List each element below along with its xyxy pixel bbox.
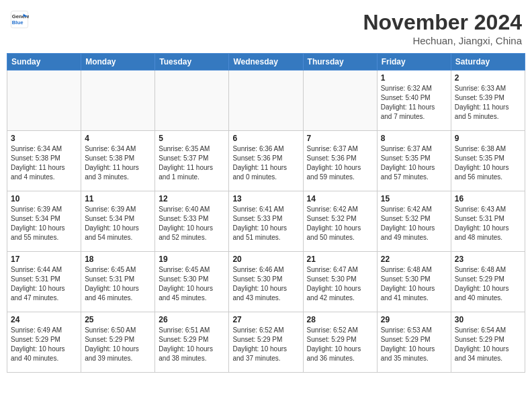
day-info: Sunrise: 6:49 AMSunset: 5:29 PMDaylight:… <box>11 326 77 363</box>
calendar-cell: 19Sunrise: 6:45 AMSunset: 5:30 PMDayligh… <box>155 252 229 312</box>
calendar-cell: 15Sunrise: 6:42 AMSunset: 5:32 PMDayligh… <box>377 191 451 252</box>
day-info: Sunrise: 6:52 AMSunset: 5:29 PMDaylight:… <box>232 326 299 363</box>
day-info: Sunrise: 6:41 AMSunset: 5:33 PMDaylight:… <box>232 205 299 242</box>
day-number: 20 <box>232 255 299 264</box>
day-info: Sunrise: 6:48 AMSunset: 5:30 PMDaylight:… <box>381 265 447 303</box>
week-row-3: 10Sunrise: 6:39 AMSunset: 5:34 PMDayligh… <box>7 191 525 252</box>
weekday-header-saturday: Saturday <box>451 54 525 71</box>
day-info: Sunrise: 6:32 AMSunset: 5:40 PMDaylight:… <box>381 84 447 122</box>
calendar-cell: 13Sunrise: 6:41 AMSunset: 5:33 PMDayligh… <box>229 191 303 252</box>
month-year-title: November 2024 <box>363 10 522 35</box>
day-number: 9 <box>455 134 521 143</box>
logo: General Blue <box>10 10 29 29</box>
calendar-cell: 11Sunrise: 6:39 AMSunset: 5:34 PMDayligh… <box>81 191 155 252</box>
day-info: Sunrise: 6:42 AMSunset: 5:32 PMDaylight:… <box>381 205 447 242</box>
day-info: Sunrise: 6:42 AMSunset: 5:32 PMDaylight:… <box>307 205 373 242</box>
weekday-header-thursday: Thursday <box>303 54 377 71</box>
calendar-cell: 17Sunrise: 6:44 AMSunset: 5:31 PMDayligh… <box>7 252 81 312</box>
day-number: 24 <box>11 315 77 324</box>
calendar-cell <box>81 71 155 131</box>
weekday-header-monday: Monday <box>81 54 155 71</box>
weekday-header-tuesday: Tuesday <box>155 54 229 71</box>
day-number: 27 <box>232 315 299 324</box>
day-info: Sunrise: 6:34 AMSunset: 5:38 PMDaylight:… <box>85 144 151 182</box>
calendar-cell: 25Sunrise: 6:50 AMSunset: 5:29 PMDayligh… <box>81 312 155 373</box>
calendar-cell: 3Sunrise: 6:34 AMSunset: 5:38 PMDaylight… <box>7 131 81 191</box>
day-info: Sunrise: 6:48 AMSunset: 5:29 PMDaylight:… <box>455 265 521 303</box>
day-info: Sunrise: 6:33 AMSunset: 5:39 PMDaylight:… <box>455 84 521 122</box>
calendar-cell: 28Sunrise: 6:52 AMSunset: 5:29 PMDayligh… <box>303 312 377 373</box>
day-info: Sunrise: 6:34 AMSunset: 5:38 PMDaylight:… <box>11 144 77 182</box>
day-info: Sunrise: 6:39 AMSunset: 5:34 PMDaylight:… <box>85 205 151 242</box>
calendar-cell <box>7 71 81 131</box>
day-info: Sunrise: 6:46 AMSunset: 5:30 PMDaylight:… <box>232 265 299 303</box>
calendar-cell: 6Sunrise: 6:36 AMSunset: 5:36 PMDaylight… <box>229 131 303 191</box>
day-number: 28 <box>307 315 373 324</box>
day-number: 7 <box>307 134 373 143</box>
calendar-cell <box>229 71 303 131</box>
day-info: Sunrise: 6:40 AMSunset: 5:33 PMDaylight:… <box>159 205 225 242</box>
day-info: Sunrise: 6:50 AMSunset: 5:29 PMDaylight:… <box>85 326 151 363</box>
calendar-cell: 29Sunrise: 6:53 AMSunset: 5:29 PMDayligh… <box>377 312 451 373</box>
calendar-cell: 4Sunrise: 6:34 AMSunset: 5:38 PMDaylight… <box>81 131 155 191</box>
day-number: 29 <box>381 315 447 324</box>
calendar-cell: 27Sunrise: 6:52 AMSunset: 5:29 PMDayligh… <box>229 312 303 373</box>
calendar-cell: 22Sunrise: 6:48 AMSunset: 5:30 PMDayligh… <box>377 252 451 312</box>
week-row-4: 17Sunrise: 6:44 AMSunset: 5:31 PMDayligh… <box>7 252 525 312</box>
day-number: 15 <box>381 194 447 203</box>
calendar-cell: 2Sunrise: 6:33 AMSunset: 5:39 PMDaylight… <box>451 71 525 131</box>
title-block: November 2024 Hechuan, Jiangxi, China <box>363 10 522 46</box>
calendar-cell: 8Sunrise: 6:37 AMSunset: 5:35 PMDaylight… <box>377 131 451 191</box>
day-number: 26 <box>159 315 225 324</box>
calendar-cell: 18Sunrise: 6:45 AMSunset: 5:31 PMDayligh… <box>81 252 155 312</box>
weekday-header-wednesday: Wednesday <box>229 54 303 71</box>
calendar-cell: 26Sunrise: 6:51 AMSunset: 5:29 PMDayligh… <box>155 312 229 373</box>
day-info: Sunrise: 6:54 AMSunset: 5:29 PMDaylight:… <box>455 326 521 363</box>
day-info: Sunrise: 6:45 AMSunset: 5:30 PMDaylight:… <box>159 265 225 303</box>
calendar-table: SundayMondayTuesdayWednesdayThursdayFrid… <box>7 53 525 373</box>
day-number: 22 <box>381 255 447 264</box>
day-number: 11 <box>85 194 151 203</box>
day-number: 16 <box>455 194 521 203</box>
svg-text:Blue: Blue <box>12 19 24 26</box>
day-info: Sunrise: 6:43 AMSunset: 5:31 PMDaylight:… <box>455 205 521 242</box>
day-number: 5 <box>159 134 225 143</box>
calendar-cell: 20Sunrise: 6:46 AMSunset: 5:30 PMDayligh… <box>229 252 303 312</box>
day-number: 13 <box>232 194 299 203</box>
calendar-cell: 9Sunrise: 6:38 AMSunset: 5:35 PMDaylight… <box>451 131 525 191</box>
calendar-cell: 21Sunrise: 6:47 AMSunset: 5:30 PMDayligh… <box>303 252 377 312</box>
day-number: 17 <box>11 255 77 264</box>
calendar-cell: 7Sunrise: 6:37 AMSunset: 5:36 PMDaylight… <box>303 131 377 191</box>
calendar-cell: 5Sunrise: 6:35 AMSunset: 5:37 PMDaylight… <box>155 131 229 191</box>
day-info: Sunrise: 6:52 AMSunset: 5:29 PMDaylight:… <box>307 326 373 363</box>
calendar-cell <box>303 71 377 131</box>
calendar-cell: 10Sunrise: 6:39 AMSunset: 5:34 PMDayligh… <box>7 191 81 252</box>
day-info: Sunrise: 6:51 AMSunset: 5:29 PMDaylight:… <box>159 326 225 363</box>
day-info: Sunrise: 6:47 AMSunset: 5:30 PMDaylight:… <box>307 265 373 303</box>
day-number: 3 <box>11 134 77 143</box>
calendar-cell: 12Sunrise: 6:40 AMSunset: 5:33 PMDayligh… <box>155 191 229 252</box>
day-info: Sunrise: 6:36 AMSunset: 5:36 PMDaylight:… <box>232 144 299 182</box>
calendar-cell: 23Sunrise: 6:48 AMSunset: 5:29 PMDayligh… <box>451 252 525 312</box>
day-number: 30 <box>455 315 521 324</box>
day-number: 23 <box>455 255 521 264</box>
day-number: 6 <box>232 134 299 143</box>
calendar-cell: 1Sunrise: 6:32 AMSunset: 5:40 PMDaylight… <box>377 71 451 131</box>
week-row-5: 24Sunrise: 6:49 AMSunset: 5:29 PMDayligh… <box>7 312 525 373</box>
day-number: 19 <box>159 255 225 264</box>
day-info: Sunrise: 6:44 AMSunset: 5:31 PMDaylight:… <box>11 265 77 303</box>
calendar-cell: 14Sunrise: 6:42 AMSunset: 5:32 PMDayligh… <box>303 191 377 252</box>
day-info: Sunrise: 6:37 AMSunset: 5:35 PMDaylight:… <box>381 144 447 182</box>
calendar-cell: 30Sunrise: 6:54 AMSunset: 5:29 PMDayligh… <box>451 312 525 373</box>
day-number: 18 <box>85 255 151 264</box>
location-subtitle: Hechuan, Jiangxi, China <box>363 35 522 46</box>
calendar-cell: 16Sunrise: 6:43 AMSunset: 5:31 PMDayligh… <box>451 191 525 252</box>
day-info: Sunrise: 6:35 AMSunset: 5:37 PMDaylight:… <box>159 144 225 182</box>
day-number: 10 <box>11 194 77 203</box>
calendar-cell: 24Sunrise: 6:49 AMSunset: 5:29 PMDayligh… <box>7 312 81 373</box>
calendar-cell <box>155 71 229 131</box>
day-number: 8 <box>381 134 447 143</box>
day-number: 4 <box>85 134 151 143</box>
day-number: 12 <box>159 194 225 203</box>
week-row-1: 1Sunrise: 6:32 AMSunset: 5:40 PMDaylight… <box>7 71 525 131</box>
